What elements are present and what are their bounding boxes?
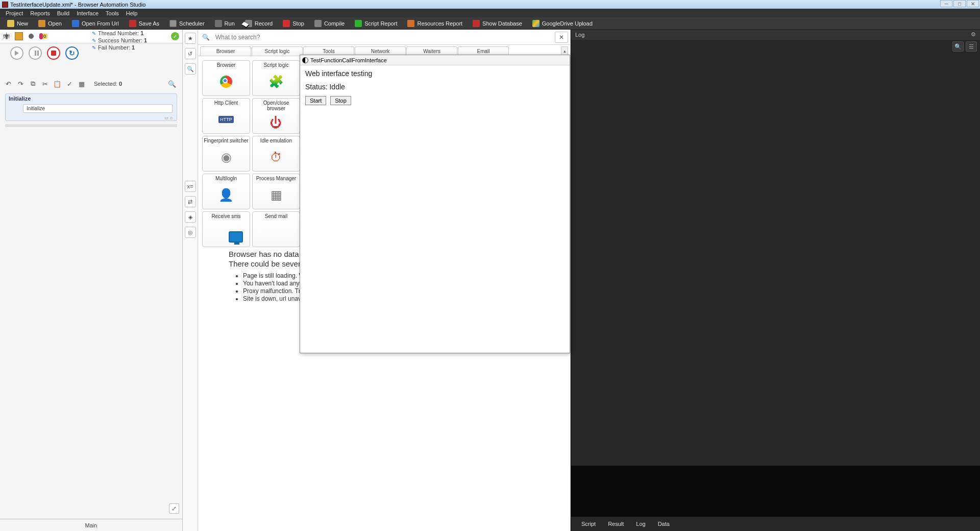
popup-status: Status: Iddle [305,83,565,91]
module-card-script-logic[interactable]: Script logic🧩 [252,60,300,96]
report-icon [355,20,362,27]
menu-bar: Project Reports Build Interface Tools He… [0,9,980,17]
initialize-node[interactable]: Initialize Initialize Id: 0 [5,93,177,121]
play-button[interactable] [10,46,23,60]
preview-strip [571,466,980,517]
bookmark-icon[interactable]: ★ [185,33,196,44]
resources-report-button[interactable]: Resources Report [402,17,468,30]
resources-icon [407,20,414,27]
open-button[interactable]: Open [33,17,67,30]
tab-log[interactable]: Log [630,519,651,529]
compile-button[interactable]: Compile [309,17,350,30]
select-button[interactable]: ▦ [77,79,87,88]
popup-titlebar[interactable]: TestFunctionCallFromInterface [300,55,570,65]
menu-tools[interactable]: Tools [102,10,122,16]
module-card-fingerprint-switcher[interactable]: Fingerprint switcher◉ [202,136,250,172]
menu-interface[interactable]: Interface [73,10,102,16]
maximize-button[interactable]: □ [953,0,966,7]
module-card-open-close-browser[interactable]: Open/close browser⏻ [252,98,300,134]
menu-project[interactable]: Project [2,10,27,16]
paste-button[interactable]: 📋 [52,79,62,88]
undo-button[interactable]: ↶ [3,79,13,88]
box-icon [314,20,322,27]
log-search-icon[interactable]: 🔍 [952,41,964,52]
app-icon [2,2,8,8]
reload-button[interactable] [65,46,79,60]
popup-heading: Web interface testing [305,69,565,78]
find-button[interactable]: 🔍 [167,79,177,88]
main-toolbar: New Open Open From Url Save As Scheduler… [0,17,980,30]
save-as-button[interactable]: Save As [124,17,164,30]
copy-button[interactable]: ⧉ [28,79,38,88]
bottom-tabs: Script Result Log Data [571,517,980,531]
save-icon [129,20,136,27]
check-button[interactable]: ✓ [64,79,75,88]
module-search-input[interactable] [213,32,555,43]
popup-stop-button[interactable]: Stop [330,96,351,105]
stop-icon [283,20,290,27]
add-node-placeholder[interactable] [5,124,177,127]
module-side-strip: ★ ↺ 🔍 x= ⇄ ◈ ◎ [183,30,198,531]
menu-help[interactable]: Help [122,10,141,16]
tab-browser[interactable]: Browser [200,46,251,56]
title-bar: TestInterfaceUpdate.xml* - Browser Autom… [0,0,980,9]
log-settings-icon[interactable]: ⚙ [971,31,978,38]
module-card-idle-emulation[interactable]: Idle emulation⏱ [252,136,300,172]
log-title: Log [575,32,584,38]
menu-build[interactable]: Build [54,10,73,16]
new-icon [7,20,14,27]
history-icon[interactable]: ↺ [185,48,196,59]
tab-script[interactable]: Script [575,519,602,529]
show-database-button[interactable]: Show Database [468,17,527,30]
run-button[interactable]: Run [210,17,240,30]
interface-preview-window[interactable]: TestFunctionCallFromInterface Web interf… [300,55,570,353]
play-icon [215,20,222,27]
tag-icon[interactable]: ◈ [185,211,196,223]
left-footer-tab[interactable]: Main [0,519,182,531]
tab-script-logic[interactable]: Script logic [252,46,303,56]
popup-title: TestFunctionCallFromInterface [310,57,387,63]
log-menu-icon[interactable]: ☰ [966,41,977,52]
module-card-browser[interactable]: Browser [202,60,250,96]
pen-icon: ✎ [92,31,96,36]
tab-data[interactable]: Data [652,519,676,529]
new-button[interactable]: New [2,17,33,30]
module-card-http-client[interactable]: Http ClientHTTP [202,98,250,134]
module-card-process-manager[interactable]: Process Manager▦ [252,174,300,209]
variable-icon[interactable]: x= [185,181,196,192]
open-from-url-button[interactable]: Open From Url [67,17,124,30]
search-icon: 🔍 [198,34,213,41]
googledrive-icon [532,20,540,27]
scheduler-button[interactable]: Scheduler [164,17,210,30]
fit-button[interactable]: ⤢ [169,503,179,514]
cut-button[interactable]: ✂ [40,79,50,88]
popup-start-button[interactable]: Start [305,96,326,105]
monitor-icon [229,231,243,243]
database-icon [473,20,480,27]
module-card-multilogin[interactable]: Multilogin👤 [202,174,250,209]
open-icon [38,20,45,27]
record-button[interactable]: Record [240,17,278,30]
shuffle-icon[interactable]: ⇄ [185,196,196,207]
zoom-icon[interactable]: 🔍 [185,63,196,75]
record-icon [245,20,252,27]
script-tree-pane: 🕷 0 ✓ ✎Thread Number: 1 ✎Success Number:… [0,30,183,531]
script-report-button[interactable]: Script Report [350,17,402,30]
menu-reports[interactable]: Reports [27,10,54,16]
stop-exec-button[interactable] [47,46,60,60]
clear-search-button[interactable]: ✕ [555,32,568,43]
calendar-icon [169,20,177,27]
stop-button[interactable]: Stop [278,17,309,30]
pen-icon: ✎ [92,45,96,51]
log-body [571,53,980,466]
target-icon[interactable]: ◎ [185,227,196,238]
redo-button[interactable]: ↷ [15,79,26,88]
yinyang-icon [302,57,308,63]
log-pane: Log ⚙ 🔍 ☰ Script Result Log Data [571,30,980,531]
tab-result[interactable]: Result [602,519,630,529]
download-icon [72,20,79,27]
googledrive-upload-button[interactable]: GoogleDrive Upload [527,17,598,30]
minimize-button[interactable]: ─ [940,0,952,7]
close-button[interactable]: ✕ [967,0,979,7]
pause-button[interactable] [29,46,42,60]
